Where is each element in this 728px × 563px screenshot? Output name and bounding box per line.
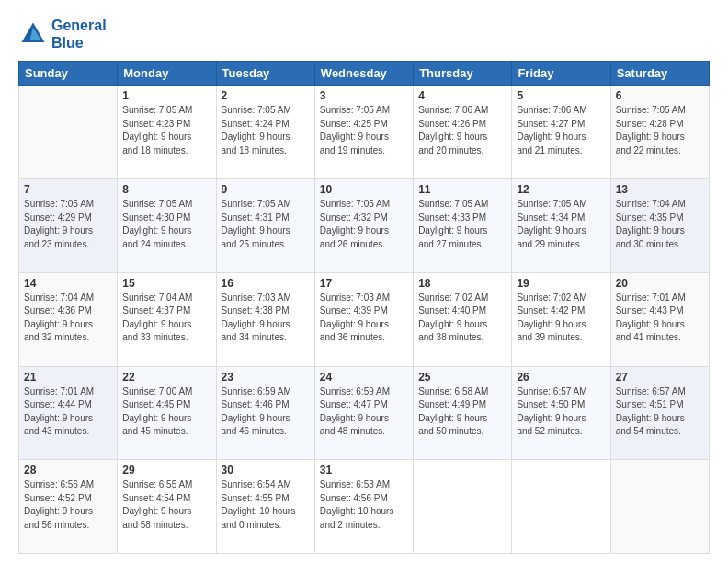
calendar-cell: 22Sunrise: 7:00 AM Sunset: 4:45 PM Dayli… bbox=[118, 366, 216, 460]
day-info: Sunrise: 6:59 AM Sunset: 4:46 PM Dayligh… bbox=[222, 385, 310, 439]
header: General Blue bbox=[18, 17, 710, 52]
day-info: Sunrise: 6:55 AM Sunset: 4:54 PM Dayligh… bbox=[122, 478, 210, 532]
calendar-week-row: 28Sunrise: 6:56 AM Sunset: 4:52 PM Dayli… bbox=[19, 460, 710, 554]
weekday-header: Tuesday bbox=[216, 62, 314, 86]
calendar-cell: 18Sunrise: 7:02 AM Sunset: 4:40 PM Dayli… bbox=[414, 272, 512, 366]
day-number: 2 bbox=[222, 89, 310, 102]
day-info: Sunrise: 7:05 AM Sunset: 4:32 PM Dayligh… bbox=[320, 198, 408, 251]
day-number: 3 bbox=[320, 89, 408, 102]
calendar-cell: 12Sunrise: 7:05 AM Sunset: 4:34 PM Dayli… bbox=[512, 179, 610, 273]
weekday-header: Friday bbox=[512, 62, 610, 86]
day-number: 7 bbox=[24, 183, 112, 196]
day-number: 13 bbox=[616, 183, 704, 196]
day-info: Sunrise: 7:05 AM Sunset: 4:25 PM Dayligh… bbox=[320, 104, 408, 157]
day-number: 1 bbox=[122, 89, 210, 102]
calendar-week-row: 14Sunrise: 7:04 AM Sunset: 4:36 PM Dayli… bbox=[19, 272, 710, 366]
calendar-cell: 2Sunrise: 7:05 AM Sunset: 4:24 PM Daylig… bbox=[216, 86, 314, 179]
calendar-cell: 11Sunrise: 7:05 AM Sunset: 4:33 PM Dayli… bbox=[414, 179, 512, 273]
day-number: 30 bbox=[222, 464, 310, 477]
calendar-cell: 23Sunrise: 6:59 AM Sunset: 4:46 PM Dayli… bbox=[216, 366, 314, 460]
day-info: Sunrise: 6:56 AM Sunset: 4:52 PM Dayligh… bbox=[24, 478, 112, 532]
weekday-header: Sunday bbox=[19, 62, 118, 86]
calendar-cell: 24Sunrise: 6:59 AM Sunset: 4:47 PM Dayli… bbox=[314, 366, 413, 460]
day-number: 31 bbox=[320, 464, 408, 477]
weekday-header: Thursday bbox=[414, 62, 512, 86]
day-info: Sunrise: 7:02 AM Sunset: 4:40 PM Dayligh… bbox=[418, 292, 506, 345]
calendar-cell: 17Sunrise: 7:03 AM Sunset: 4:39 PM Dayli… bbox=[314, 272, 413, 366]
day-number: 20 bbox=[616, 277, 704, 290]
calendar-cell: 28Sunrise: 6:56 AM Sunset: 4:52 PM Dayli… bbox=[19, 460, 118, 554]
calendar-cell: 21Sunrise: 7:01 AM Sunset: 4:44 PM Dayli… bbox=[19, 366, 118, 460]
weekday-header: Monday bbox=[118, 62, 216, 86]
day-number: 21 bbox=[24, 371, 112, 384]
day-info: Sunrise: 7:05 AM Sunset: 4:29 PM Dayligh… bbox=[24, 198, 112, 251]
calendar-cell: 25Sunrise: 6:58 AM Sunset: 4:49 PM Dayli… bbox=[414, 366, 512, 460]
calendar-cell: 6Sunrise: 7:05 AM Sunset: 4:28 PM Daylig… bbox=[610, 86, 709, 179]
calendar-cell: 30Sunrise: 6:54 AM Sunset: 4:55 PM Dayli… bbox=[216, 460, 314, 554]
day-number: 25 bbox=[418, 371, 506, 384]
day-info: Sunrise: 7:06 AM Sunset: 4:26 PM Dayligh… bbox=[418, 104, 506, 157]
calendar-week-row: 21Sunrise: 7:01 AM Sunset: 4:44 PM Dayli… bbox=[19, 366, 710, 460]
day-number: 9 bbox=[222, 183, 310, 196]
calendar-week-row: 1Sunrise: 7:05 AM Sunset: 4:23 PM Daylig… bbox=[19, 86, 710, 179]
calendar-cell bbox=[414, 460, 512, 554]
day-number: 19 bbox=[517, 277, 605, 290]
calendar-cell: 15Sunrise: 7:04 AM Sunset: 4:37 PM Dayli… bbox=[118, 272, 216, 366]
weekday-header: Wednesday bbox=[314, 62, 413, 86]
day-number: 24 bbox=[320, 371, 408, 384]
logo: General Blue bbox=[18, 17, 107, 52]
day-number: 15 bbox=[122, 277, 210, 290]
day-number: 22 bbox=[122, 371, 210, 384]
day-info: Sunrise: 7:04 AM Sunset: 4:36 PM Dayligh… bbox=[24, 292, 112, 345]
day-number: 29 bbox=[122, 464, 210, 477]
day-info: Sunrise: 7:05 AM Sunset: 4:23 PM Dayligh… bbox=[122, 104, 210, 157]
day-info: Sunrise: 7:02 AM Sunset: 4:42 PM Dayligh… bbox=[517, 292, 605, 345]
day-info: Sunrise: 6:59 AM Sunset: 4:47 PM Dayligh… bbox=[320, 385, 408, 439]
calendar-cell: 7Sunrise: 7:05 AM Sunset: 4:29 PM Daylig… bbox=[19, 179, 118, 273]
day-number: 27 bbox=[616, 371, 704, 384]
logo-icon bbox=[18, 19, 48, 49]
day-info: Sunrise: 6:58 AM Sunset: 4:49 PM Dayligh… bbox=[418, 385, 506, 439]
day-number: 6 bbox=[616, 89, 704, 102]
calendar-header-row: SundayMondayTuesdayWednesdayThursdayFrid… bbox=[19, 62, 710, 86]
day-number: 11 bbox=[418, 183, 506, 196]
day-number: 28 bbox=[24, 464, 112, 477]
day-number: 5 bbox=[517, 89, 605, 102]
day-info: Sunrise: 7:06 AM Sunset: 4:27 PM Dayligh… bbox=[517, 104, 605, 157]
day-info: Sunrise: 7:05 AM Sunset: 4:34 PM Dayligh… bbox=[517, 198, 605, 251]
calendar-cell: 19Sunrise: 7:02 AM Sunset: 4:42 PM Dayli… bbox=[512, 272, 610, 366]
day-info: Sunrise: 6:57 AM Sunset: 4:50 PM Dayligh… bbox=[517, 385, 605, 439]
calendar-cell bbox=[610, 460, 709, 554]
calendar-cell: 26Sunrise: 6:57 AM Sunset: 4:50 PM Dayli… bbox=[512, 366, 610, 460]
day-number: 16 bbox=[222, 277, 310, 290]
calendar-cell: 10Sunrise: 7:05 AM Sunset: 4:32 PM Dayli… bbox=[314, 179, 413, 273]
day-info: Sunrise: 7:05 AM Sunset: 4:30 PM Dayligh… bbox=[122, 198, 210, 251]
day-info: Sunrise: 6:53 AM Sunset: 4:56 PM Dayligh… bbox=[320, 478, 408, 532]
calendar-cell: 9Sunrise: 7:05 AM Sunset: 4:31 PM Daylig… bbox=[216, 179, 314, 273]
day-info: Sunrise: 7:04 AM Sunset: 4:35 PM Dayligh… bbox=[616, 198, 704, 251]
calendar-cell: 16Sunrise: 7:03 AM Sunset: 4:38 PM Dayli… bbox=[216, 272, 314, 366]
calendar-cell: 14Sunrise: 7:04 AM Sunset: 4:36 PM Dayli… bbox=[19, 272, 118, 366]
calendar-cell: 27Sunrise: 6:57 AM Sunset: 4:51 PM Dayli… bbox=[610, 366, 709, 460]
day-info: Sunrise: 7:05 AM Sunset: 4:24 PM Dayligh… bbox=[222, 104, 310, 157]
page: General Blue SundayMondayTuesdayWednesda… bbox=[0, 0, 728, 563]
day-number: 14 bbox=[24, 277, 112, 290]
day-info: Sunrise: 7:01 AM Sunset: 4:44 PM Dayligh… bbox=[24, 385, 112, 439]
calendar-cell: 3Sunrise: 7:05 AM Sunset: 4:25 PM Daylig… bbox=[314, 86, 413, 179]
calendar-cell: 8Sunrise: 7:05 AM Sunset: 4:30 PM Daylig… bbox=[118, 179, 216, 273]
day-number: 17 bbox=[320, 277, 408, 290]
day-info: Sunrise: 6:57 AM Sunset: 4:51 PM Dayligh… bbox=[616, 385, 704, 439]
day-info: Sunrise: 7:05 AM Sunset: 4:33 PM Dayligh… bbox=[418, 198, 506, 251]
day-info: Sunrise: 7:04 AM Sunset: 4:37 PM Dayligh… bbox=[122, 292, 210, 345]
day-info: Sunrise: 7:05 AM Sunset: 4:28 PM Dayligh… bbox=[616, 104, 704, 157]
day-info: Sunrise: 7:01 AM Sunset: 4:43 PM Dayligh… bbox=[616, 292, 704, 345]
calendar-cell bbox=[512, 460, 610, 554]
calendar-cell: 4Sunrise: 7:06 AM Sunset: 4:26 PM Daylig… bbox=[414, 86, 512, 179]
day-number: 23 bbox=[222, 371, 310, 384]
calendar-cell: 20Sunrise: 7:01 AM Sunset: 4:43 PM Dayli… bbox=[610, 272, 709, 366]
day-info: Sunrise: 7:03 AM Sunset: 4:39 PM Dayligh… bbox=[320, 292, 408, 345]
day-number: 12 bbox=[517, 183, 605, 196]
day-number: 8 bbox=[122, 183, 210, 196]
day-number: 18 bbox=[418, 277, 506, 290]
calendar-cell: 13Sunrise: 7:04 AM Sunset: 4:35 PM Dayli… bbox=[610, 179, 709, 273]
